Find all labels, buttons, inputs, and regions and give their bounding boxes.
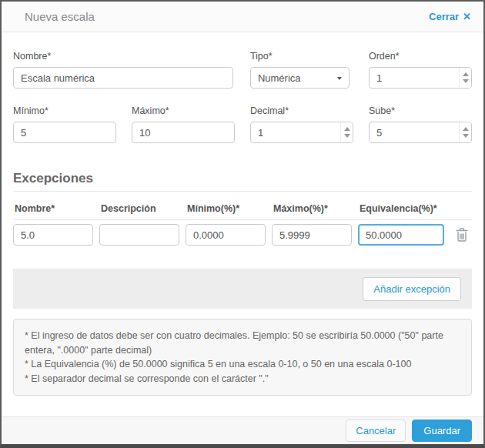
exceptions-section-title: Excepciones: [13, 171, 472, 192]
add-exception-button[interactable]: Añadir excepción: [363, 277, 461, 301]
tipo-select[interactable]: Numérica: [250, 67, 350, 89]
spinner-down-icon[interactable]: [463, 134, 469, 138]
decimal-spinner: [340, 122, 353, 142]
orden-input[interactable]: [369, 67, 472, 89]
col-maximo: Máximo(%)*: [272, 203, 358, 214]
form-row-1: Nombre* Tipo* Numérica Orden*: [13, 51, 472, 89]
nombre-label: Nombre*: [13, 51, 233, 62]
form-row-2: Mínimo* Máximo* Decimal* Sube*: [13, 105, 472, 143]
spinner-down-icon[interactable]: [344, 134, 350, 138]
exception-nombre-input[interactable]: [13, 224, 93, 246]
cancel-button[interactable]: Cancelar: [346, 420, 406, 442]
field-minimo: Mínimo*: [13, 105, 116, 143]
col-descripcion: Descripción: [99, 203, 186, 214]
exceptions-table-header: Nombre* Descripción Mínimo(%)* Máximo(%)…: [13, 203, 472, 220]
tipo-label: Tipo*: [250, 51, 350, 62]
spinner-up-icon[interactable]: [463, 72, 469, 76]
exception-table-row: [13, 224, 472, 246]
maximo-label: Máximo*: [132, 105, 235, 116]
spinner-down-icon[interactable]: [463, 79, 469, 83]
field-nombre: Nombre*: [13, 51, 233, 89]
chevron-down-icon: [337, 77, 342, 80]
modal-header: Nueva escala Cerrar ✕: [2, 2, 483, 32]
tipo-selected-value: Numérica: [258, 72, 301, 84]
field-sube: Sube*: [369, 105, 472, 143]
exception-descripcion-input[interactable]: [99, 224, 179, 246]
col-minimo: Mínimo(%)*: [186, 203, 272, 214]
nombre-input[interactable]: [13, 67, 233, 89]
minimo-input[interactable]: [13, 122, 116, 143]
spinner-up-icon[interactable]: [463, 127, 469, 131]
close-button[interactable]: Cerrar ✕: [429, 11, 471, 22]
save-button[interactable]: Guardar: [412, 420, 472, 442]
decimal-label: Decimal*: [250, 105, 353, 116]
close-icon: ✕: [463, 12, 471, 22]
maximo-input[interactable]: [132, 122, 235, 143]
note-line: * La Equivalencia (%) de 50.0000 signifi…: [25, 357, 460, 372]
decimal-input[interactable]: [250, 122, 353, 143]
modal-body: Nombre* Tipo* Numérica Orden*: [2, 51, 483, 396]
add-exception-band: Añadir excepción: [13, 269, 472, 309]
note-line: * El separador decimal se corresponde co…: [25, 372, 460, 386]
field-orden: Orden*: [369, 51, 472, 89]
notes-box: * El ingreso de datos debe ser con cuatr…: [13, 319, 472, 396]
delete-exception-button[interactable]: [455, 227, 469, 242]
sube-input[interactable]: [369, 122, 472, 143]
exception-minimo-input[interactable]: [186, 224, 266, 246]
minimo-label: Mínimo*: [13, 105, 116, 116]
modal-title: Nueva escala: [25, 10, 95, 23]
modal-footer: Cancelar Guardar: [2, 416, 483, 444]
orden-label: Orden*: [369, 51, 472, 62]
col-nombre: Nombre*: [13, 203, 99, 214]
sube-label: Sube*: [369, 105, 472, 116]
exception-maximo-input[interactable]: [272, 224, 352, 246]
close-label: Cerrar: [429, 11, 459, 22]
field-maximo: Máximo*: [132, 105, 235, 143]
spinner-up-icon[interactable]: [344, 127, 350, 131]
col-equivalencia: Equivalencia(%)*: [358, 203, 444, 214]
field-decimal: Decimal*: [250, 105, 353, 143]
field-tipo: Tipo* Numérica: [250, 51, 350, 89]
note-line: * El ingreso de datos debe ser con cuatr…: [25, 329, 460, 357]
exception-equivalencia-input[interactable]: [358, 224, 444, 246]
trash-icon: [455, 227, 469, 242]
sube-spinner: [459, 122, 471, 142]
orden-spinner: [459, 68, 471, 88]
new-scale-modal: Nueva escala Cerrar ✕ Nombre* Tipo* Numé…: [0, 0, 485, 448]
